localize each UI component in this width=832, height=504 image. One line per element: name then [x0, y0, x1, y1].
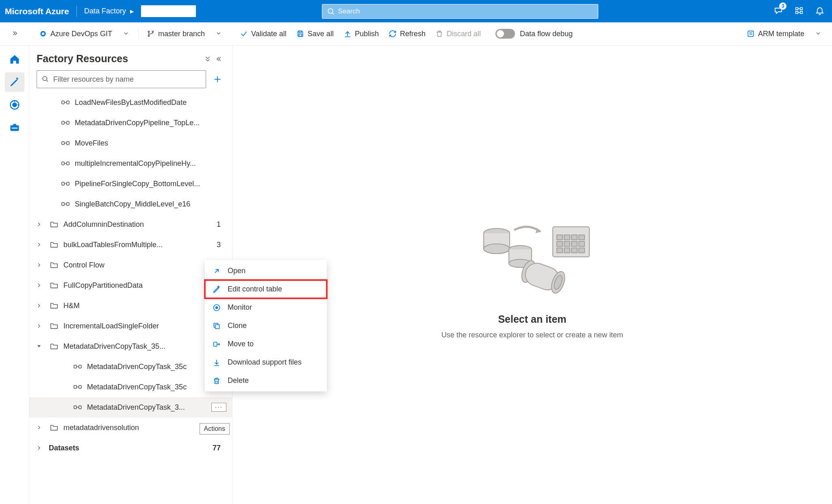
arm-template-chevron-down-icon[interactable]: [811, 28, 825, 40]
rail-home-button[interactable]: [5, 50, 24, 69]
svg-rect-5: [800, 11, 803, 14]
notifications-bell-icon[interactable]: [815, 6, 825, 17]
collapse-down-icon[interactable]: [202, 53, 213, 65]
tree-row[interactable]: SingleBatchCopy_MiddleLevel_e16: [29, 194, 232, 214]
tree-caret-icon[interactable]: [33, 282, 45, 289]
tree-caret-icon[interactable]: [33, 241, 45, 248]
svg-rect-22: [12, 128, 17, 128]
menu-item-label: Download support files: [228, 358, 302, 367]
tree-row[interactable]: multipleIncrementalCopyPipelineHy...: [29, 153, 232, 174]
svg-rect-49: [74, 385, 76, 388]
tree-row-actions-button[interactable]: ···: [211, 403, 226, 412]
tree-caret-icon[interactable]: [33, 445, 45, 451]
pipeline-icon: [60, 139, 71, 148]
service-label: Data Factory: [84, 7, 126, 15]
branch-selector[interactable]: master branch: [143, 27, 208, 41]
svg-point-12: [152, 31, 153, 32]
svg-marker-45: [37, 345, 41, 347]
tree-row[interactable]: AddColumninDestination1: [29, 214, 232, 235]
tree-row[interactable]: MetadataDrivenCopyTask_35c: [29, 377, 232, 397]
tree-row[interactable]: IncrementalLoadSingleFolder: [29, 316, 232, 336]
resource-tree: LoadNewFilesByLastModifiedDateMetadataDr…: [29, 92, 232, 504]
validate-all-button[interactable]: Validate all: [237, 27, 290, 41]
discard-all-button[interactable]: Discard all: [432, 27, 484, 41]
tree-caret-icon[interactable]: [33, 323, 45, 329]
switch-icon[interactable]: [795, 6, 804, 16]
tree-row-count: 77: [213, 444, 226, 452]
tree-row[interactable]: metadatadrivensolutionActions: [29, 417, 232, 438]
svg-rect-31: [67, 121, 69, 124]
rail-monitor-button[interactable]: [5, 95, 24, 115]
branch-chevron-down-icon[interactable]: [211, 28, 226, 40]
svg-point-9: [42, 33, 45, 35]
refresh-button[interactable]: Refresh: [385, 27, 429, 41]
repo-selector[interactable]: Azure DevOps GIT: [36, 27, 115, 41]
repo-chevron-down-icon[interactable]: [119, 28, 133, 40]
global-search-wrap: [322, 4, 598, 19]
svg-point-0: [328, 9, 333, 13]
svg-rect-36: [62, 162, 64, 165]
tree-row[interactable]: MetadataDrivenCopyTask_35...: [29, 336, 232, 356]
toolbar-sep: [138, 28, 139, 39]
svg-rect-63: [579, 235, 584, 240]
validate-all-label: Validate all: [251, 30, 287, 38]
resources-title: Factory Resources: [37, 53, 202, 65]
tree-row[interactable]: PipelineForSingleCopy_BottomLevel...: [29, 174, 232, 194]
menu-item-label: Monitor: [228, 303, 252, 312]
menu-item-move[interactable]: Move to: [205, 335, 327, 353]
svg-rect-39: [62, 182, 64, 185]
menu-item-monitor[interactable]: Monitor: [205, 298, 327, 317]
monitor-icon: [212, 304, 221, 312]
menu-item-edit[interactable]: Edit control table: [205, 280, 327, 298]
rail-author-button[interactable]: [5, 72, 24, 92]
service-breadcrumb[interactable]: Data Factory ▶: [84, 5, 196, 17]
nav-rail: [0, 46, 29, 504]
tree-row-label: multipleIncrementalCopyPipelineHy...: [75, 159, 226, 168]
collapse-left-icon[interactable]: [213, 53, 225, 65]
svg-line-1: [332, 13, 334, 14]
publish-button[interactable]: Publish: [340, 27, 382, 41]
data-flow-debug-toggle[interactable]: [495, 29, 515, 39]
tree-row[interactable]: MetadataDrivenCopyPipeline_TopLe...: [29, 113, 232, 133]
svg-rect-70: [571, 248, 577, 253]
svg-rect-33: [62, 141, 64, 144]
menu-item-open[interactable]: Open: [205, 262, 327, 280]
tree-caret-icon[interactable]: [33, 221, 45, 228]
add-resource-button[interactable]: [210, 72, 225, 87]
expand-rail-button[interactable]: [7, 27, 22, 41]
tree-row-label: SingleBatchCopy_MiddleLevel_e16: [75, 200, 226, 209]
svg-rect-47: [79, 365, 81, 368]
feedback-icon[interactable]: 3: [773, 6, 783, 17]
tree-row[interactable]: Control Flow: [29, 255, 232, 275]
search-icon: [327, 7, 335, 17]
menu-item-download[interactable]: Download support files: [205, 353, 327, 371]
tree-row-count: 1: [217, 220, 226, 229]
tree-row[interactable]: MetadataDrivenCopyTask_3...···: [29, 397, 232, 417]
tree-caret-icon[interactable]: [33, 343, 45, 350]
tree-row[interactable]: MoveFiles: [29, 133, 232, 153]
svg-rect-4: [796, 11, 798, 14]
tree-row[interactable]: LoadNewFilesByLastModifiedDate: [29, 92, 232, 113]
save-all-button[interactable]: Save all: [293, 27, 337, 41]
tree-row-label: H&M: [63, 302, 226, 310]
menu-item-delete[interactable]: Delete: [205, 371, 327, 390]
tree-row[interactable]: Datasets77: [29, 438, 232, 458]
tree-caret-icon[interactable]: [33, 424, 45, 431]
tree-row-label: AddColumninDestination: [63, 220, 213, 229]
tree-caret-icon[interactable]: [33, 262, 45, 268]
svg-rect-37: [67, 162, 69, 165]
filter-resources-input[interactable]: [37, 70, 206, 88]
rail-manage-button[interactable]: [5, 118, 24, 137]
svg-rect-27: [62, 101, 64, 104]
tree-row[interactable]: MetadataDrivenCopyTask_35c: [29, 356, 232, 377]
brand-divider: [76, 6, 77, 17]
svg-rect-52: [74, 406, 76, 408]
pipeline-icon: [60, 118, 71, 127]
tree-caret-icon[interactable]: [33, 302, 45, 309]
tree-row[interactable]: H&M: [29, 295, 232, 316]
arm-template-button[interactable]: ARM template: [743, 27, 808, 41]
tree-row[interactable]: FullCopyPartitionedData: [29, 275, 232, 295]
menu-item-clone[interactable]: Clone: [205, 317, 327, 335]
global-search-input[interactable]: [322, 4, 598, 19]
tree-row[interactable]: bulkLoadTablesFromMultiple...3: [29, 235, 232, 255]
